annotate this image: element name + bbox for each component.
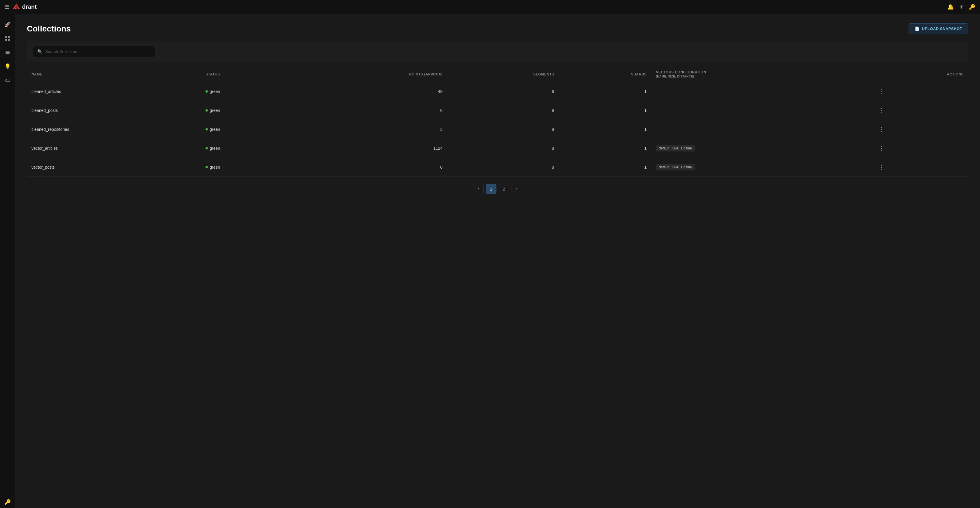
table-row[interactable]: cleaned_repositoriesgreen381⋮ (27, 120, 968, 139)
cell-name: cleaned_articles (27, 82, 201, 101)
upload-snapshot-icon: 📄 (915, 27, 920, 31)
pagination: ‹ 1 2 › (27, 184, 968, 194)
topbar-left: ☰ d drant (5, 3, 947, 11)
cell-points: 0 (289, 158, 447, 177)
cell-vectors: default384Cosine (651, 139, 872, 158)
table-row[interactable]: vector_postsgreen081default384Cosine⋮ (27, 158, 968, 177)
topbar: ☰ d drant 🔔 ☀ 🔑 (0, 0, 980, 14)
actions-button[interactable]: ⋮ (876, 87, 887, 96)
search-icon: 🔍 (37, 49, 42, 54)
pagination-prev[interactable]: ‹ (473, 184, 484, 194)
notification-icon[interactable]: 🔔 (947, 4, 954, 10)
cell-points: 0 (289, 101, 447, 120)
status-label: green (210, 127, 220, 132)
col-shards: Shards (559, 67, 651, 82)
status-dot (205, 109, 208, 111)
app-name: drant (22, 3, 37, 10)
cell-points: 3 (289, 120, 447, 139)
svg-rect-9 (6, 53, 10, 54)
cell-vectors (651, 82, 872, 101)
cell-vectors (651, 120, 872, 139)
cell-status: green (201, 120, 289, 139)
sidebar-item-browse[interactable] (2, 47, 13, 58)
cell-points: 49 (289, 82, 447, 101)
cell-actions: ⋮ (872, 82, 968, 101)
status-label: green (210, 108, 220, 113)
svg-rect-5 (5, 39, 7, 41)
vector-config-tag: default384Cosine (656, 145, 695, 151)
vector-config-tag: default384Cosine (656, 164, 695, 170)
cell-actions: ⋮ (872, 120, 968, 139)
col-points: Points (Approx) (289, 67, 447, 82)
table-body: cleaned_articlesgreen4981⋮cleaned_postsg… (27, 82, 968, 177)
cell-status: green (201, 139, 289, 158)
pagination-page-1[interactable]: 1 (486, 184, 496, 194)
table-header: Name Status Points (Approx) Segments Sha… (27, 67, 968, 82)
search-input[interactable] (45, 49, 151, 54)
collections-table: Name Status Points (Approx) Segments Sha… (27, 67, 968, 177)
actions-button[interactable]: ⋮ (876, 144, 887, 153)
cell-shards: 1 (559, 120, 651, 139)
sidebar-item-console[interactable]: 💡 (2, 60, 13, 72)
cell-name: cleaned_repositories (27, 120, 201, 139)
col-status: Status (201, 67, 289, 82)
svg-rect-8 (6, 52, 10, 53)
status-dot (205, 128, 208, 130)
status-label: green (210, 146, 220, 151)
key-icon[interactable]: 🔑 (969, 4, 975, 10)
theme-icon[interactable]: ☀ (959, 4, 964, 10)
table-row[interactable]: vector_articlesgreen112481default384Cosi… (27, 139, 968, 158)
status-label: green (210, 165, 220, 170)
cell-segments: 8 (447, 101, 559, 120)
svg-text:d: d (14, 6, 17, 9)
vector-distance: Cosine (681, 146, 692, 150)
cell-actions: ⋮ (872, 158, 968, 177)
vector-size: 384 (672, 146, 678, 150)
topbar-right: 🔔 ☀ 🔑 (947, 4, 975, 10)
cell-shards: 1 (559, 139, 651, 158)
cell-segments: 8 (447, 158, 559, 177)
vector-name: default (659, 146, 669, 150)
status-label: green (210, 89, 220, 94)
cell-shards: 1 (559, 101, 651, 120)
upload-snapshot-label: UPLOAD SNAPSHOT (922, 27, 962, 31)
col-vectors: Vectors Configuration(Name, Size, Distan… (651, 67, 872, 82)
actions-button[interactable]: ⋮ (876, 125, 887, 134)
page-header: Collections 📄 UPLOAD SNAPSHOT (27, 23, 968, 34)
cell-segments: 8 (447, 82, 559, 101)
svg-rect-4 (8, 36, 10, 38)
cell-vectors (651, 101, 872, 120)
cell-actions: ⋮ (872, 101, 968, 120)
sidebar-item-quickstart[interactable]: 🚀 (2, 19, 13, 30)
cell-points: 1124 (289, 139, 447, 158)
main-content: Collections 📄 UPLOAD SNAPSHOT 🔍 Name Sta… (15, 14, 980, 508)
actions-button[interactable]: ⋮ (876, 106, 887, 115)
table-row[interactable]: cleaned_articlesgreen4981⋮ (27, 82, 968, 101)
sidebar-item-collections[interactable] (2, 33, 13, 44)
cell-status: green (201, 82, 289, 101)
svg-rect-7 (6, 51, 10, 52)
cell-segments: 8 (447, 120, 559, 139)
actions-button[interactable]: ⋮ (876, 162, 887, 172)
upload-snapshot-button[interactable]: 📄 UPLOAD SNAPSHOT (908, 23, 968, 34)
search-container: 🔍 (27, 41, 968, 62)
vector-name: default (659, 165, 669, 169)
col-name: Name (27, 67, 201, 82)
cell-name: vector_articles (27, 139, 201, 158)
cell-segments: 8 (447, 139, 559, 158)
hamburger-icon[interactable]: ☰ (5, 4, 10, 10)
cell-name: vector_posts (27, 158, 201, 177)
sidebar: 🚀 💡 🏷 🔑 (0, 0, 15, 508)
search-input-wrapper: 🔍 (33, 46, 155, 57)
page-title: Collections (27, 24, 71, 33)
table-row[interactable]: cleaned_postsgreen081⋮ (27, 101, 968, 120)
cell-status: green (201, 158, 289, 177)
cell-shards: 1 (559, 158, 651, 177)
sidebar-item-apikeys[interactable]: 🔑 (2, 496, 13, 508)
cell-shards: 1 (559, 82, 651, 101)
sidebar-item-snapshots[interactable]: 🏷 (2, 75, 13, 86)
pagination-page-2[interactable]: 2 (499, 184, 509, 194)
vector-distance: Cosine (681, 165, 692, 169)
svg-rect-3 (5, 36, 7, 38)
pagination-next[interactable]: › (512, 184, 522, 194)
